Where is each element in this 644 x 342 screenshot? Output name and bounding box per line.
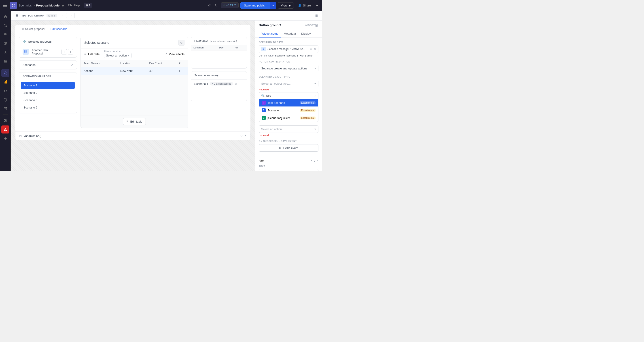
svg-rect-1 [14, 4, 15, 5]
main-table-area: Selected scenario ⧉ ✏ Edit data [80, 37, 188, 128]
item-up-button[interactable]: ∧ [310, 159, 312, 163]
test-scenario-icon: P [262, 101, 266, 105]
item-down-button[interactable]: ∨ [314, 159, 316, 163]
tab-widget-setup[interactable]: Widget setup [259, 30, 281, 37]
edit-data-button[interactable]: ✏ Edit data [84, 52, 100, 56]
file-menu[interactable]: File [68, 4, 72, 7]
share-icon: 👤 [298, 4, 302, 7]
version-button[interactable]: ✓ v0.19.0* [221, 2, 238, 8]
next-button[interactable]: → [68, 13, 75, 18]
variables-filter-button[interactable]: ▽ [240, 134, 242, 138]
sidebar-icon-folder[interactable] [1, 57, 10, 65]
undo-button[interactable]: ↺ [207, 2, 212, 8]
pages-indicator[interactable]: ⊞ 1 [84, 3, 92, 7]
selected-proposal-section: 🔗 Selected proposal Another New Proposal [19, 37, 77, 58]
svg-rect-15 [26, 50, 27, 52]
dropdown-item-test-scenario[interactable]: P Test Scenario Experimental [259, 99, 318, 107]
share-button[interactable]: 👤 Share [296, 2, 313, 8]
sidebar-icon-help[interactable] [1, 117, 10, 125]
summary-undo-button[interactable]: ↺ [235, 82, 237, 85]
text-input[interactable] [259, 169, 318, 171]
save-publish-button[interactable]: Save and publish [240, 2, 270, 9]
svg-point-13 [5, 130, 6, 131]
widget-tabs-row: Widget setup Metadata Display [255, 30, 322, 37]
col-location: Location [118, 60, 146, 67]
scenario-item-2[interactable]: Scenario 2 [21, 89, 75, 96]
sidebar-icon-search[interactable] [1, 21, 10, 29]
add-button-2[interactable]: + [68, 49, 73, 54]
tab-edit-scenario[interactable]: Edit scenario [48, 25, 70, 33]
copy-button[interactable]: ⧉ [178, 40, 184, 45]
dropdown-item-client[interactable]: C [Scenarios] Client Experimental [259, 114, 318, 122]
scenario-close-button[interactable]: × [314, 47, 316, 51]
proposal-item[interactable]: Another New Proposal + + [19, 46, 77, 57]
summary-scenario-name: Scenario 1 [194, 82, 208, 85]
variables-collapse-button[interactable]: ∧ [244, 134, 247, 138]
variables-label-text: Variables (20) [24, 134, 41, 138]
scenario-item-1[interactable]: Scenario 1 [21, 82, 75, 89]
prev-button[interactable]: ← [60, 13, 67, 18]
view-effects-button[interactable]: ↗ View effects [165, 52, 184, 56]
table-empty-space [81, 75, 188, 115]
sidebar-icon-scenarios[interactable] [1, 96, 10, 104]
search-clear-button[interactable]: × [314, 94, 316, 97]
action-config-select[interactable]: Separate create and update actions ▾ [259, 65, 318, 72]
edit-table-button[interactable]: ✎ Edit table [123, 118, 146, 125]
scenario-edit-button[interactable]: ✏ [310, 47, 312, 51]
redo-button[interactable]: ↻ [214, 2, 219, 8]
save-publish-dropdown[interactable]: ▾ [270, 2, 276, 9]
summary-badge: 1 action applied [210, 82, 233, 85]
scenario-item-3[interactable]: Scenario 3 [21, 97, 75, 104]
dropdown-item-scenario[interactable]: S Scenario Experimental [259, 107, 318, 114]
summary-row: Scenario 1 1 action applied ↺ [191, 79, 247, 88]
canvas: ⊞ Select proposal Edit scenario [11, 20, 255, 171]
scenario-manager-section: Scenario manager Scenario 1 Scenario 2 S… [19, 72, 77, 113]
sidebar-icon-home[interactable] [1, 12, 10, 20]
menu-icon[interactable] [3, 3, 8, 8]
help-menu[interactable]: Help [74, 4, 80, 7]
tab-select-proposal[interactable]: ⊞ Select proposal [19, 25, 48, 33]
variables-bar: {x} Variables (20) ▽ ∧ [15, 131, 250, 140]
add-event-button[interactable]: ⊕ + Add event [259, 144, 318, 152]
successful-save-group: ON SUCCESSFUL SAVE EVENT ⊕ + Add event [259, 140, 318, 152]
sidebar-icon-analytics[interactable] [1, 78, 10, 86]
sidebar-icon-history[interactable] [1, 39, 10, 47]
add-event-label: + Add event [283, 146, 298, 150]
sort-icon[interactable]: ⇅ [99, 62, 100, 65]
sidebar-icon-alert[interactable] [1, 126, 10, 134]
svg-point-12 [5, 121, 6, 122]
svg-rect-7 [4, 82, 4, 83]
sidebar-icon-star[interactable] [1, 48, 10, 56]
select-option-button[interactable]: Select an option ▾ [104, 53, 131, 58]
tab-metadata[interactable]: Metadata [281, 30, 298, 37]
widget-delete-button[interactable]: 🗑 [315, 23, 318, 27]
table-row[interactable]: Actions New York 40 1 [81, 67, 188, 75]
pages-count: 1 [89, 4, 90, 7]
view-button[interactable]: View ▶ [278, 2, 294, 9]
sidebar-icon-expand[interactable] [1, 134, 10, 143]
item-close-button[interactable]: × [317, 159, 318, 163]
delete-button[interactable]: 🗑 [315, 14, 318, 18]
pivot-subtitle: (show selected scenario) [210, 40, 237, 42]
object-type-select[interactable]: Select an object type... ▾ [259, 80, 318, 87]
sidebar-toggle-button[interactable]: ☰ [14, 12, 20, 18]
scenario-item-4[interactable]: Scenario 6 [21, 104, 75, 111]
sidebar-icon-notifications[interactable] [1, 30, 10, 38]
more-menu-button[interactable]: ≡ [315, 2, 319, 8]
sidebar-icon-tasks[interactable] [1, 105, 10, 113]
svg-rect-0 [12, 4, 13, 5]
breadcrumb-scenarios[interactable]: Scenarios [19, 4, 32, 7]
star-icon[interactable]: ★ [62, 4, 64, 7]
nav-buttons: ← → [60, 13, 75, 18]
scenarios-expand-button[interactable]: ⤢ [71, 63, 73, 66]
action-dropdown[interactable]: Select an action... ▾ [259, 126, 318, 133]
sidebar-icon-search-active[interactable] [1, 69, 10, 77]
add-button-1[interactable]: + [62, 49, 67, 54]
pivot-title: Pivot table [194, 39, 208, 43]
search-input-row: 🔍 × [259, 92, 318, 99]
svg-rect-2 [12, 5, 13, 7]
tab-display[interactable]: Display [298, 30, 314, 37]
sidebar-icon-transform[interactable] [1, 87, 10, 95]
client-badge: Experimental [300, 117, 316, 119]
search-input[interactable] [266, 94, 313, 97]
